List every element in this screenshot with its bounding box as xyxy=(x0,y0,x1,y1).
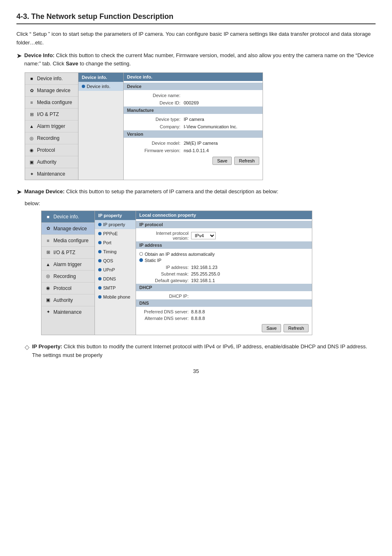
ip-address-label: IP address: xyxy=(139,265,189,270)
sidebar-item-alarm-trigger[interactable]: ▲ Alarm trigger xyxy=(25,120,78,132)
field-value-company: I-View Communication Inc. xyxy=(184,124,238,129)
below-label: below: xyxy=(25,200,40,206)
field-subnet-mask: Subnet mask: 255.255.255.0 xyxy=(136,271,312,277)
submenu2-item-qos[interactable]: QOS xyxy=(95,256,136,265)
field-company: Company: I-View Communication Inc. xyxy=(124,123,263,130)
submenu2-item-timing[interactable]: Timing xyxy=(95,247,136,256)
sidebar2-item-device-info[interactable]: ■ Device info. xyxy=(42,211,95,223)
submenu2-item-ddns[interactable]: DDNS xyxy=(95,274,136,283)
ip-property-diamond-item: ◇ IP Property: Click this button to modi… xyxy=(25,343,376,360)
sidebar2-device-info-label: Device info. xyxy=(53,214,79,220)
device-info-label: Device Info: xyxy=(24,52,55,58)
content-sub-dhcp: DHCP xyxy=(136,284,312,291)
sidebar-item-recording[interactable]: ◎ Recording xyxy=(25,132,78,144)
manage-device-text: Manage Device: Click this button to setu… xyxy=(24,188,278,196)
field-ip-address: IP address: 192.168.1.23 xyxy=(136,264,312,271)
sidebar-2: ■ Device info. ✿ Manage device ≡ Media c… xyxy=(42,211,95,335)
submenu2-item-mobile-phone[interactable]: Mobile phone xyxy=(95,292,136,301)
ip-property-label: IP Property: xyxy=(32,343,62,350)
submenu2-dot-mobile xyxy=(98,295,101,299)
arrow-symbol-1: ➤ xyxy=(16,52,22,60)
recording-icon: ◎ xyxy=(28,135,35,141)
sidebar2-item-recording[interactable]: ◎ Recording xyxy=(42,271,95,283)
ip-address-value: 192.168.1.23 xyxy=(191,265,217,270)
field-label-firmware: Firmware version: xyxy=(127,148,180,153)
submenu2-dot-timing xyxy=(98,250,101,253)
sidebar2-authority-icon: ▣ xyxy=(45,297,51,303)
sidebar-item-authority[interactable]: ▣ Authority xyxy=(25,156,78,168)
field-label-device-id: Device ID: xyxy=(127,100,180,105)
submenu2-item-pppoe[interactable]: PPPoE xyxy=(95,229,136,238)
sidebar-item-maintenance[interactable]: ✦ Maintenance xyxy=(25,168,78,180)
submenu-2: IP property IP property PPPoE Port Timin… xyxy=(95,211,136,335)
sidebar-item-manage-device-label: Manage device xyxy=(37,88,70,93)
default-gateway-label: Default gateway: xyxy=(139,278,189,283)
protocol-dropdown[interactable]: IPv4 IPv6 xyxy=(191,232,216,239)
field-device-id: Device ID: 000269 xyxy=(124,99,263,107)
refresh-button-1[interactable]: Refresh xyxy=(234,157,259,165)
content-header-device-info: Device info. xyxy=(124,73,263,81)
btn-row-1: Save Refresh xyxy=(124,154,263,167)
content-sub-dns: DNS xyxy=(136,299,312,307)
refresh-button-2[interactable]: Refresh xyxy=(284,324,309,332)
radio-label-auto: Obtain an IP address automatically xyxy=(145,252,214,257)
sidebar2-item-media-configure[interactable]: ≡ Media configure xyxy=(42,235,95,247)
page-number: 35 xyxy=(16,368,376,374)
media-configure-icon: ≡ xyxy=(28,99,35,106)
submenu2-qos-label: QOS xyxy=(103,258,113,263)
submenu-header-2: IP property xyxy=(95,211,136,220)
save-button-1[interactable]: Save xyxy=(212,157,232,165)
field-label-device-name: Device name: xyxy=(127,93,180,98)
submenu2-item-smtp[interactable]: SMTP xyxy=(95,283,136,292)
submenu2-item-upnp[interactable]: UPnP xyxy=(95,265,136,274)
sidebar-item-io-ptz-label: I/O & PTZ xyxy=(37,111,59,117)
sidebar2-alarm-trigger-icon: ▲ xyxy=(45,261,51,268)
content-sub-manufacture: Manufacture xyxy=(124,107,263,114)
sidebar2-item-alarm-trigger[interactable]: ▲ Alarm trigger xyxy=(42,259,95,271)
field-value-device-model: 2M(E) IP camera xyxy=(184,141,218,146)
submenu2-dot-pppoe xyxy=(98,232,101,235)
submenu2-dot-smtp xyxy=(98,286,101,290)
field-value-firmware: nsd-1.0.11.4 xyxy=(184,148,209,153)
sidebar2-manage-device-label: Manage device xyxy=(53,226,87,232)
sidebar2-item-authority[interactable]: ▣ Authority xyxy=(42,294,95,306)
submenu2-ddns-label: DDNS xyxy=(103,276,116,281)
io-ptz-icon: ⊞ xyxy=(28,111,35,118)
radio-obtain-auto[interactable]: Obtain an IP address automatically xyxy=(139,252,309,257)
sidebar-item-manage-device[interactable]: ✿ Manage device xyxy=(25,85,78,97)
sidebar-item-media-configure[interactable]: ≡ Media configure xyxy=(25,97,78,109)
radio-static-ip[interactable]: Static IP xyxy=(139,258,309,263)
sidebar2-authority-label: Authority xyxy=(53,297,73,303)
sidebar2-item-protocol[interactable]: ◉ Protocol xyxy=(42,283,95,294)
content-panel-2: Local connection property IP protocol In… xyxy=(136,211,312,335)
sidebar2-maintenance-label: Maintenance xyxy=(53,309,82,315)
submenu-header-1: Device info. xyxy=(78,73,123,82)
save-button-2[interactable]: Save xyxy=(262,324,281,332)
field-firmware: Firmware version: nsd-1.0.11.4 xyxy=(124,147,263,154)
alternate-dns-label: Alternate DNS server: xyxy=(139,316,189,321)
device-info-panel: ■ Device info. ✿ Manage device ≡ Media c… xyxy=(25,72,263,180)
sidebar-item-device-info[interactable]: ■ Device info. xyxy=(25,73,78,85)
submenu2-dot-ip xyxy=(98,223,101,226)
sidebar2-item-maintenance[interactable]: ✦ Maintenance xyxy=(42,306,95,318)
sidebar-item-media-configure-label: Media configure xyxy=(37,100,72,105)
sidebar2-item-manage-device[interactable]: ✿ Manage device xyxy=(42,223,95,235)
submenu2-item-port[interactable]: Port xyxy=(95,238,136,247)
diamond-symbol: ◇ xyxy=(25,343,30,351)
sidebar-item-alarm-trigger-label: Alarm trigger xyxy=(37,123,65,129)
submenu-item-device-info[interactable]: Device info. xyxy=(78,82,123,91)
field-alternate-dns: Alternate DNS server: 8.8.8.8 xyxy=(136,315,312,322)
content-sub-ip-address: IP address xyxy=(136,241,312,249)
sidebar2-item-io-ptz[interactable]: ⊞ I/O & PTZ xyxy=(42,247,95,259)
sidebar-item-io-ptz[interactable]: ⊞ I/O & PTZ xyxy=(25,109,78,120)
sidebar2-maintenance-icon: ✦ xyxy=(45,309,51,315)
sidebar-item-recording-label: Recording xyxy=(37,135,60,141)
submenu2-item-ip-property[interactable]: IP property xyxy=(95,220,136,229)
preferred-dns-value: 8.8.8.8 xyxy=(191,309,205,314)
sidebar-item-maintenance-label: Maintenance xyxy=(37,171,65,177)
alternate-dns-value: 8.8.8.8 xyxy=(191,316,205,321)
content-sub-ip-protocol: IP protocol xyxy=(136,221,312,228)
sidebar-item-protocol-label: Protocol xyxy=(37,147,55,153)
radio-circle-auto xyxy=(139,252,143,256)
sidebar-item-protocol[interactable]: ◉ Protocol xyxy=(25,144,78,156)
